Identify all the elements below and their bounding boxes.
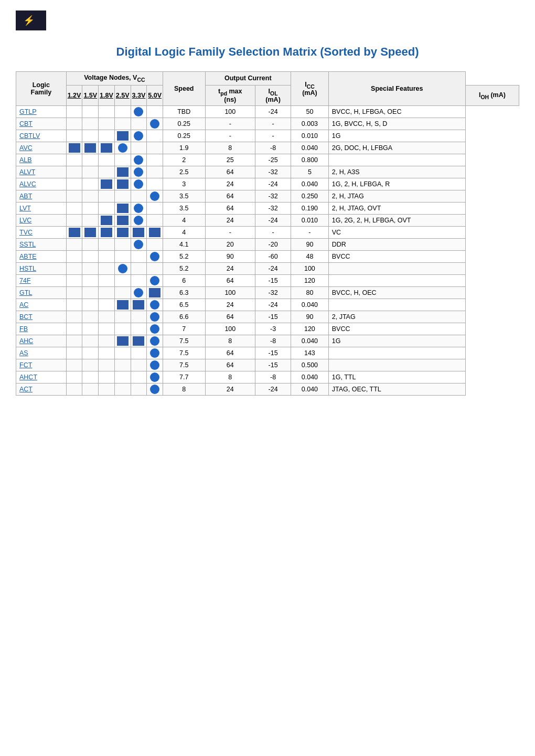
voltage-circle bbox=[134, 107, 143, 116]
volt-node-cell bbox=[66, 263, 82, 275]
volt-node-cell bbox=[66, 311, 82, 323]
voltage-band bbox=[69, 228, 80, 237]
logic-family-cell[interactable]: AHC bbox=[16, 335, 67, 347]
volt-node-cell bbox=[82, 154, 99, 166]
tpd-cell: TBD bbox=[163, 106, 205, 118]
volt-node-cell bbox=[131, 299, 147, 311]
logic-family-cell[interactable]: FCT bbox=[16, 359, 67, 371]
table-row: ALVC324-240.0401G, 2, H, LFBGA, R bbox=[16, 178, 519, 190]
icc-cell: 80 bbox=[291, 287, 329, 299]
voltage-circle bbox=[150, 348, 159, 358]
logic-family-cell[interactable]: AHCT bbox=[16, 371, 67, 384]
ioh-cell: -24 bbox=[255, 215, 291, 227]
icc-cell: 0.040 bbox=[291, 335, 329, 347]
voltage-band bbox=[101, 216, 112, 225]
logic-family-cell[interactable]: HSTL bbox=[16, 263, 67, 275]
volt-node-cell bbox=[131, 251, 147, 263]
logic-family-cell[interactable]: AVC bbox=[16, 142, 67, 154]
icc-cell: 0.800 bbox=[291, 154, 329, 166]
iol-cell: - bbox=[205, 118, 255, 130]
voltage-circle bbox=[134, 179, 143, 189]
ioh-cell: -8 bbox=[255, 335, 291, 347]
logic-family-cell[interactable]: 74F bbox=[16, 275, 67, 287]
volt-node-cell bbox=[131, 215, 147, 227]
tpd-cell: 6.3 bbox=[163, 287, 205, 299]
icc-cell: 100 bbox=[291, 263, 329, 275]
volt-node-cell bbox=[147, 215, 163, 227]
icc-cell: 50 bbox=[291, 106, 329, 118]
logic-family-cell[interactable]: GTLP bbox=[16, 106, 67, 118]
ioh-cell: -15 bbox=[255, 311, 291, 323]
ioh-cell: -32 bbox=[255, 287, 291, 299]
iol-cell: 24 bbox=[205, 299, 255, 311]
volt-node-cell bbox=[147, 299, 163, 311]
tpd-cell: 3.5 bbox=[163, 190, 205, 203]
volt-node-cell bbox=[82, 203, 99, 215]
volt-node-cell bbox=[99, 154, 115, 166]
icc-cell: 48 bbox=[291, 251, 329, 263]
voltage-circle bbox=[150, 312, 159, 322]
voltage-band bbox=[69, 143, 80, 153]
col-speed: Speed bbox=[163, 72, 205, 106]
special-features-cell: DDR bbox=[328, 239, 465, 251]
col-v18: 1.8V bbox=[99, 85, 115, 106]
icc-cell: 0.040 bbox=[291, 178, 329, 190]
voltage-band bbox=[117, 179, 129, 189]
special-features-cell: 1G, 2, H, LFBGA, R bbox=[328, 178, 465, 190]
volt-node-cell bbox=[66, 154, 82, 166]
logic-family-cell[interactable]: ALB bbox=[16, 154, 67, 166]
col-v25: 2.5V bbox=[114, 85, 131, 106]
logic-family-cell[interactable]: CBT bbox=[16, 118, 67, 130]
iol-cell: 8 bbox=[205, 335, 255, 347]
tpd-cell: 0.25 bbox=[163, 130, 205, 142]
volt-node-cell bbox=[147, 142, 163, 154]
logic-family-cell[interactable]: TVC bbox=[16, 227, 67, 239]
voltage-circle bbox=[150, 300, 159, 310]
logic-family-cell[interactable]: GTL bbox=[16, 287, 67, 299]
col-v50: 5.0V bbox=[147, 85, 163, 106]
volt-node-cell bbox=[114, 371, 131, 384]
tpd-cell: 7.7 bbox=[163, 371, 205, 384]
volt-node-cell bbox=[114, 384, 131, 396]
table-row: ACT824-240.040JTAG, OEC, TTL bbox=[16, 384, 519, 396]
table-row: AHC7.58-80.0401G bbox=[16, 335, 519, 347]
voltage-band bbox=[117, 336, 129, 346]
logic-family-cell[interactable]: CBTLV bbox=[16, 130, 67, 142]
tpd-cell: 3 bbox=[163, 178, 205, 190]
logic-family-cell[interactable]: ABTE bbox=[16, 251, 67, 263]
table-row: AC6.524-240.040 bbox=[16, 299, 519, 311]
special-features-cell bbox=[328, 154, 465, 166]
logic-family-cell[interactable]: ABT bbox=[16, 190, 67, 203]
volt-node-cell bbox=[66, 227, 82, 239]
volt-node-cell bbox=[147, 287, 163, 299]
special-features-cell: JTAG, OEC, TTL bbox=[328, 384, 465, 396]
logic-family-cell[interactable]: AC bbox=[16, 299, 67, 311]
voltage-circle bbox=[134, 167, 143, 177]
logic-family-cell[interactable]: FB bbox=[16, 323, 67, 335]
logic-family-cell[interactable]: BCT bbox=[16, 311, 67, 323]
volt-node-cell bbox=[114, 166, 131, 178]
volt-node-cell bbox=[131, 311, 147, 323]
logic-family-cell[interactable]: SSTL bbox=[16, 239, 67, 251]
logic-family-cell[interactable]: ACT bbox=[16, 384, 67, 396]
logic-family-cell[interactable]: LVC bbox=[16, 215, 67, 227]
ioh-cell: -24 bbox=[255, 178, 291, 190]
volt-node-cell bbox=[66, 203, 82, 215]
volt-node-cell bbox=[66, 299, 82, 311]
ioh-cell: - bbox=[255, 227, 291, 239]
volt-node-cell bbox=[82, 130, 99, 142]
logic-family-cell[interactable]: LVT bbox=[16, 203, 67, 215]
volt-node-cell bbox=[147, 154, 163, 166]
ioh-cell: -32 bbox=[255, 166, 291, 178]
voltage-circle bbox=[118, 264, 127, 273]
volt-node-cell bbox=[131, 359, 147, 371]
col-logic-family: LogicFamily bbox=[16, 72, 67, 106]
logic-family-cell[interactable]: ALVC bbox=[16, 178, 67, 190]
iol-cell: 90 bbox=[205, 251, 255, 263]
logic-family-cell[interactable]: ALVT bbox=[16, 166, 67, 178]
volt-node-cell bbox=[66, 215, 82, 227]
volt-node-cell bbox=[114, 118, 131, 130]
logic-family-cell[interactable]: AS bbox=[16, 347, 67, 359]
voltage-band bbox=[117, 228, 129, 237]
ioh-cell: -24 bbox=[255, 106, 291, 118]
